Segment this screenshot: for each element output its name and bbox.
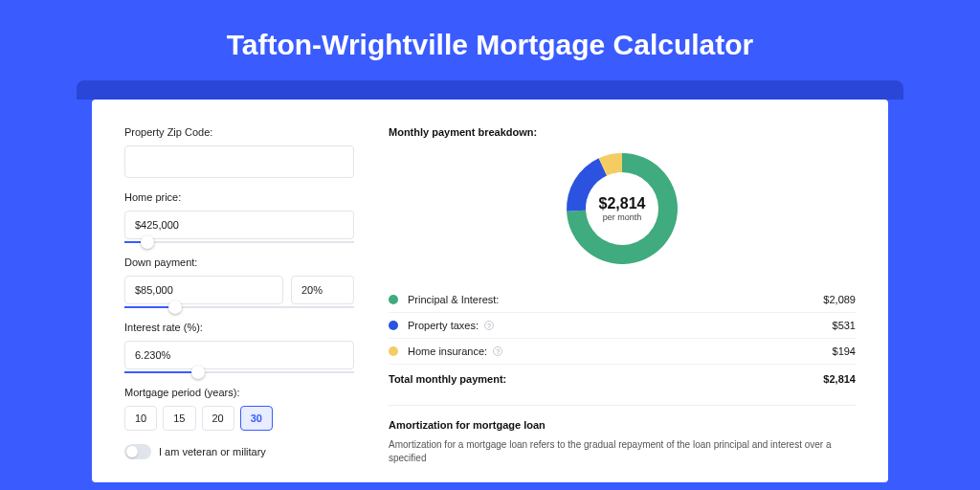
calculator-panel: Property Zip Code: Home price: Down paym… xyxy=(92,100,888,482)
mortgage-period-option-20[interactable]: 20 xyxy=(202,406,234,431)
down-payment-label: Down payment: xyxy=(124,256,354,268)
legend-amount: $2,089 xyxy=(823,294,856,305)
summary-column: Monthly payment breakdown: $2,814 per mo… xyxy=(389,126,856,467)
home-price-label: Home price: xyxy=(124,191,354,203)
toggle-knob xyxy=(126,446,138,457)
mortgage-period-option-30[interactable]: 30 xyxy=(240,406,273,431)
legend-row: Principal & Interest:$2,089 xyxy=(389,287,856,312)
legend-label: Home insurance: xyxy=(408,345,487,357)
donut-amount: $2,814 xyxy=(599,195,646,212)
legend: Principal & Interest:$2,089Property taxe… xyxy=(389,287,856,364)
interest-rate-label: Interest rate (%): xyxy=(124,322,354,333)
total-label: Total monthly payment: xyxy=(389,373,506,385)
total-row: Total monthly payment: $2,814 xyxy=(389,364,856,393)
slider-thumb[interactable] xyxy=(191,366,205,379)
legend-amount: $194 xyxy=(833,345,856,357)
donut-chart: $2,814 per month xyxy=(565,151,679,266)
down-payment-input[interactable] xyxy=(124,276,283,304)
donut-sub: per month xyxy=(603,212,642,222)
home-price-input[interactable] xyxy=(124,211,354,239)
legend-amount: $531 xyxy=(833,320,856,331)
legend-row: Home insurance:?$194 xyxy=(389,338,856,364)
mortgage-period-option-15[interactable]: 15 xyxy=(163,406,195,431)
zip-input[interactable] xyxy=(124,145,354,178)
mortgage-period-label: Mortgage period (years): xyxy=(124,387,354,398)
page-title: Tafton-Wrightville Mortgage Calculator xyxy=(0,29,980,61)
interest-rate-field-group: Interest rate (%): xyxy=(124,322,354,373)
down-payment-pct-input[interactable] xyxy=(291,276,354,304)
legend-label: Property taxes: xyxy=(408,320,479,331)
veteran-label: I am veteran or military xyxy=(159,446,266,457)
interest-rate-slider[interactable] xyxy=(124,371,354,373)
info-icon[interactable]: ? xyxy=(484,321,494,330)
home-price-field-group: Home price: xyxy=(124,191,354,243)
slider-thumb[interactable] xyxy=(141,235,154,249)
amortization-title: Amortization for mortgage loan xyxy=(389,419,856,431)
page-header: Tafton-Wrightville Mortgage Calculator xyxy=(0,0,980,80)
veteran-toggle[interactable] xyxy=(124,444,151,459)
zip-field-group: Property Zip Code: xyxy=(124,126,354,178)
panel-shadow xyxy=(77,80,903,100)
breakdown-title: Monthly payment breakdown: xyxy=(389,126,856,138)
mortgage-period-field-group: Mortgage period (years): 10152030 xyxy=(124,387,354,431)
amortization-body: Amortization for a mortgage loan refers … xyxy=(389,438,856,465)
down-payment-field-group: Down payment: xyxy=(124,256,354,308)
zip-label: Property Zip Code: xyxy=(124,126,354,138)
legend-dot xyxy=(389,321,398,330)
legend-label: Principal & Interest: xyxy=(408,294,499,305)
form-column: Property Zip Code: Home price: Down paym… xyxy=(124,126,354,467)
info-icon[interactable]: ? xyxy=(493,346,502,356)
home-price-slider[interactable] xyxy=(124,241,354,243)
veteran-toggle-row: I am veteran or military xyxy=(124,444,354,459)
down-payment-slider[interactable] xyxy=(124,306,354,308)
legend-dot xyxy=(389,295,398,304)
amortization-section: Amortization for mortgage loan Amortizat… xyxy=(389,405,856,465)
slider-thumb[interactable] xyxy=(168,301,182,314)
legend-row: Property taxes:?$531 xyxy=(389,312,856,338)
legend-dot xyxy=(389,346,398,356)
donut-center: $2,814 per month xyxy=(565,151,679,266)
interest-rate-input[interactable] xyxy=(124,341,354,369)
mortgage-period-options: 10152030 xyxy=(124,406,354,431)
total-amount: $2,814 xyxy=(823,373,856,385)
slider-fill xyxy=(124,371,198,373)
mortgage-period-option-10[interactable]: 10 xyxy=(124,406,157,431)
donut-chart-wrap: $2,814 per month xyxy=(389,151,856,266)
